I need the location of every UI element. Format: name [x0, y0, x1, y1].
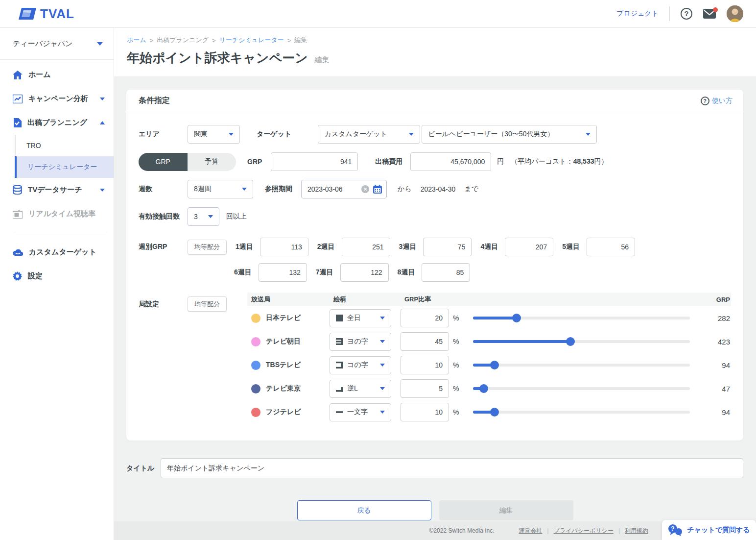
weeks-select[interactable]: 8週間 [188, 180, 253, 198]
percent-sign: % [453, 385, 459, 393]
sidebar-item-tv-data-search[interactable]: TVデータサーチ [0, 178, 114, 202]
ratio-input[interactable] [401, 356, 449, 374]
cost-unit: 円 [497, 157, 504, 166]
footer-link-company[interactable]: 運営会社 [519, 527, 543, 535]
project-link[interactable]: プロジェクト [616, 9, 659, 18]
clear-icon[interactable]: ✕ [361, 185, 369, 193]
chat-label: チャットで質問する [687, 526, 750, 535]
edit-button[interactable]: 編集 [439, 500, 573, 520]
toggle-budget[interactable]: 予算 [188, 153, 236, 171]
footer-link-terms[interactable]: 利用規約 [625, 527, 648, 535]
ratio-input[interactable] [401, 379, 449, 398]
sidebar-item-label: 出稿プランニング [27, 118, 94, 127]
stations-equal-distribution-button[interactable]: 均等配分 [188, 296, 227, 312]
period-start-input[interactable]: 2023-03-06 ✕ [301, 180, 387, 198]
title-input[interactable] [161, 458, 743, 478]
sidebar-item-realtime-rating: リアルタイム視聴率 [0, 202, 114, 226]
sidebar: ティーバジャパン ホーム キャンペーン分析 出稿プランニング [0, 28, 114, 540]
page-mode-label: 編集 [314, 55, 329, 65]
station-grp-value: 423 [701, 338, 731, 346]
org-selector[interactable]: ティーバジャパン [0, 28, 114, 60]
grp-input[interactable] [271, 152, 358, 171]
sidebar-item-reach-simulator[interactable]: リーチシミュレーター [15, 156, 114, 178]
sidebar-item-tro[interactable]: TRO [15, 135, 114, 156]
week-2-input[interactable] [342, 238, 390, 256]
week-7-input[interactable] [340, 263, 389, 282]
pattern-value: 全日 [347, 314, 361, 322]
frequency-select[interactable]: 3 [188, 207, 219, 226]
week-6-input[interactable] [259, 263, 307, 282]
cost-input[interactable] [410, 152, 491, 171]
week-8-input[interactable] [422, 263, 470, 282]
ratio-slider[interactable] [473, 340, 690, 343]
period-start-value: 2023-03-06 [307, 185, 357, 193]
pattern-value: 逆L [347, 384, 358, 393]
chat-icon: ? [668, 524, 683, 536]
ratio-slider[interactable] [473, 364, 690, 367]
pattern-select[interactable]: 逆L [330, 380, 391, 398]
user-avatar[interactable] [727, 5, 743, 22]
col-ratio: GRP比率 [401, 295, 466, 304]
week-1-input[interactable] [260, 238, 308, 256]
ratio-input[interactable] [401, 403, 449, 421]
pattern-gyaku-l-icon [336, 385, 343, 392]
sidebar-item-planning[interactable]: 出稿プランニング [0, 111, 114, 135]
slider-thumb[interactable] [490, 361, 499, 369]
target-type-select[interactable]: カスタムターゲット [318, 125, 420, 144]
help-icon: ? [681, 8, 692, 20]
ratio-slider[interactable] [473, 387, 690, 390]
notifications-button[interactable] [703, 9, 716, 19]
sidebar-divider [13, 233, 108, 233]
back-button[interactable]: 戻る [297, 500, 431, 520]
station-name: テレビ朝日 [266, 337, 301, 346]
toggle-grp[interactable]: GRP [139, 153, 188, 171]
chevron-down-icon [242, 188, 247, 191]
calendar-icon[interactable] [373, 185, 382, 194]
slider-thumb[interactable] [512, 314, 521, 322]
equal-distribution-button[interactable]: 均等配分 [188, 240, 227, 255]
tval-logo[interactable]: TVAL [19, 6, 74, 22]
chat-button[interactable]: ? チャットで質問する [662, 520, 756, 540]
ratio-slider[interactable] [473, 317, 690, 319]
pattern-select[interactable]: 一文字 [330, 403, 391, 421]
breadcrumb-separator: > [212, 37, 216, 44]
week-label: 5週目 [562, 243, 580, 251]
sidebar-item-campaign-analysis[interactable]: キャンペーン分析 [0, 87, 114, 111]
howto-link[interactable]: ? 使い方 [701, 97, 732, 105]
sidebar-item-label: リアルタイム視聴率 [28, 209, 95, 219]
week-label: 1週目 [236, 243, 253, 251]
target-label: ターゲット [257, 130, 291, 139]
week-label: 6週目 [234, 268, 252, 277]
week-3-input[interactable] [423, 238, 472, 256]
week-4-input[interactable] [505, 238, 553, 256]
breadcrumb-planning: 出稿プランニング [157, 36, 209, 45]
pattern-select[interactable]: ヨの字 [330, 333, 391, 351]
breadcrumb-home[interactable]: ホーム [127, 36, 146, 45]
sidebar-item-settings[interactable]: 設定 [0, 264, 114, 288]
pattern-select[interactable]: コの字 [330, 356, 391, 374]
slider-thumb[interactable] [479, 384, 488, 393]
sidebar-item-home[interactable]: ホーム [0, 63, 114, 87]
week-label: 2週目 [317, 243, 335, 251]
pattern-konoji-icon [336, 362, 343, 368]
tv-icon [13, 210, 23, 219]
breadcrumb-reach-simulator[interactable]: リーチシミュレーター [219, 36, 284, 45]
footer-link-privacy[interactable]: プライバシーポリシー [554, 527, 614, 535]
target-detail-select[interactable]: ビールヘビーユーザー（30〜50代男女） [422, 125, 597, 144]
chevron-down-icon [380, 387, 385, 390]
area-select[interactable]: 関東 [188, 125, 240, 144]
logo-text: TVAL [40, 6, 74, 22]
ratio-slider[interactable] [473, 411, 690, 414]
week-5-input[interactable] [587, 238, 635, 256]
slider-thumb[interactable] [566, 337, 575, 346]
station-color-dot [251, 337, 260, 346]
title-field-label: タイトル [126, 464, 161, 473]
breadcrumb-separator: > [287, 37, 291, 44]
weeks-label: 週数 [139, 185, 188, 194]
slider-thumb[interactable] [490, 408, 499, 417]
sidebar-item-custom-target[interactable]: カスタムターゲット [0, 240, 114, 264]
help-button[interactable]: ? [681, 8, 692, 20]
ratio-input[interactable] [401, 332, 449, 351]
ratio-input[interactable] [401, 309, 449, 327]
pattern-select[interactable]: 全日 [330, 309, 391, 327]
